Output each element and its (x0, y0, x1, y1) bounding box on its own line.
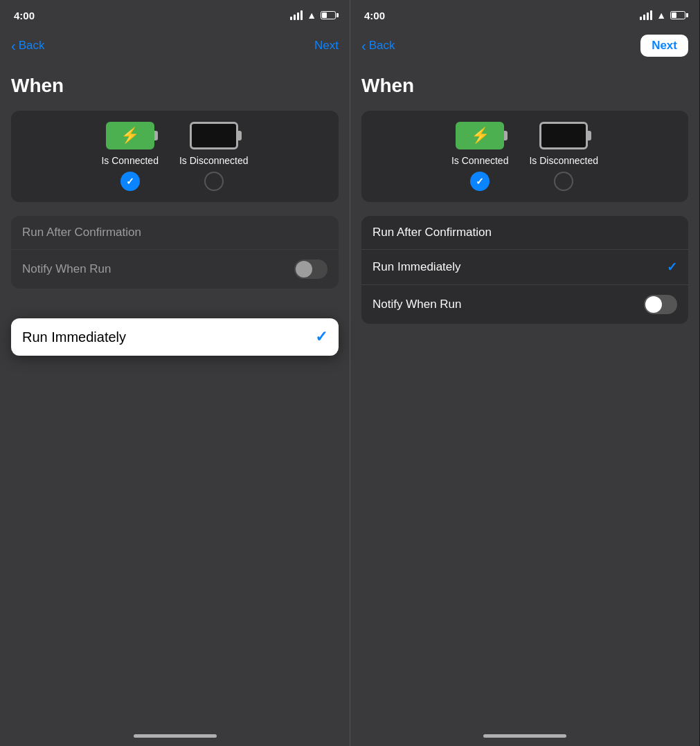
left-nav-bar: ‹ Back Next (0, 30, 350, 61)
right-run-immediately-check-icon: ✓ (667, 260, 677, 275)
right-run-after-confirmation-label: Run After Confirmation (373, 226, 492, 239)
left-run-immediately-popup[interactable]: Run Immediately ✓ (11, 318, 339, 356)
right-content: When ⚡ Is Connected Is Disconnected (350, 61, 699, 725)
right-home-indicator (350, 725, 699, 746)
left-connected-option[interactable]: ⚡ Is Connected (101, 122, 159, 191)
left-run-immediately-label: Run Immediately (22, 329, 126, 345)
left-menu-list: Run After Confirmation Notify When Run (11, 216, 339, 289)
left-wifi-icon: ▲ (307, 10, 316, 21)
right-status-bar: 4:00 ▲ (350, 0, 699, 30)
left-disconnected-label: Is Disconnected (179, 155, 249, 166)
right-disconnected-label: Is Disconnected (529, 155, 598, 166)
right-wifi-icon: ▲ (656, 10, 666, 21)
left-home-indicator (0, 725, 350, 746)
left-run-immediately-check-icon: ✓ (315, 328, 327, 346)
right-menu-list: Run After Confirmation Run Immediately ✓… (361, 216, 688, 324)
right-disconnected-option[interactable]: Is Disconnected (529, 122, 598, 191)
right-nav-bar: ‹ Back Next (350, 30, 699, 61)
left-status-icons: ▲ (290, 10, 336, 21)
left-status-bar: 4:00 ▲ (0, 0, 350, 30)
right-disconnected-radio[interactable] (554, 172, 573, 191)
right-back-label: Back (369, 39, 395, 53)
right-notify-toggle[interactable] (644, 295, 677, 314)
right-connected-radio[interactable] (470, 172, 490, 191)
left-next-button[interactable]: Next (314, 39, 339, 53)
left-status-time: 4:00 (14, 10, 35, 21)
right-notify-when-run-item[interactable]: Notify When Run (361, 285, 688, 324)
right-status-time: 4:00 (364, 10, 385, 21)
left-back-button[interactable]: ‹ Back (11, 39, 44, 53)
right-status-icons: ▲ (640, 10, 685, 21)
right-notify-when-run-label: Notify When Run (373, 298, 462, 311)
left-back-chevron-icon: ‹ (11, 39, 16, 53)
left-signal-icon (290, 10, 303, 20)
right-connected-label: Is Connected (451, 155, 509, 166)
right-back-chevron-icon: ‹ (361, 39, 366, 53)
right-connected-option[interactable]: ⚡ Is Connected (451, 122, 509, 191)
right-home-bar (483, 734, 566, 738)
right-connected-battery-icon: ⚡ (456, 122, 504, 149)
left-run-after-confirmation-label: Run After Confirmation (22, 226, 141, 239)
left-popup-container: Run Immediately ✓ (11, 318, 339, 356)
left-disconnected-radio[interactable] (204, 172, 224, 191)
left-run-after-confirmation-item[interactable]: Run After Confirmation (11, 216, 339, 250)
left-lightning-icon: ⚡ (120, 127, 139, 145)
right-page-title: When (361, 75, 688, 97)
left-notify-toggle[interactable] (294, 260, 327, 279)
left-connected-battery-icon: ⚡ (106, 122, 154, 149)
left-back-label: Back (19, 39, 45, 53)
left-connected-radio[interactable] (120, 172, 140, 191)
left-content: When ⚡ Is Connected Is Disconnected (0, 61, 350, 725)
right-back-button[interactable]: ‹ Back (361, 39, 395, 53)
left-disconnected-option[interactable]: Is Disconnected (179, 122, 249, 191)
left-notify-when-run-item[interactable]: Notify When Run (11, 250, 339, 289)
right-battery-icon (670, 11, 685, 19)
right-signal-icon (640, 10, 652, 20)
left-page-title: When (11, 75, 339, 97)
right-phone-panel: 4:00 ▲ ‹ Back Next When (350, 0, 699, 746)
left-battery-options-card: ⚡ Is Connected Is Disconnected (11, 111, 339, 202)
left-connected-label: Is Connected (101, 155, 159, 166)
right-lightning-icon: ⚡ (471, 127, 490, 145)
left-phone-panel: 4:00 ▲ ‹ Back Next When (0, 0, 350, 746)
left-battery-icon (321, 11, 336, 19)
left-home-bar (134, 734, 217, 738)
right-run-immediately-label: Run Immediately (373, 260, 461, 274)
left-disconnected-battery-icon (190, 122, 238, 149)
right-battery-options-card: ⚡ Is Connected Is Disconnected (361, 111, 688, 202)
right-run-after-confirmation-item[interactable]: Run After Confirmation (361, 216, 688, 250)
left-notify-when-run-label: Notify When Run (22, 262, 111, 276)
right-run-immediately-item[interactable]: Run Immediately ✓ (361, 250, 688, 285)
right-disconnected-battery-icon (539, 122, 588, 149)
right-next-button[interactable]: Next (640, 35, 688, 57)
